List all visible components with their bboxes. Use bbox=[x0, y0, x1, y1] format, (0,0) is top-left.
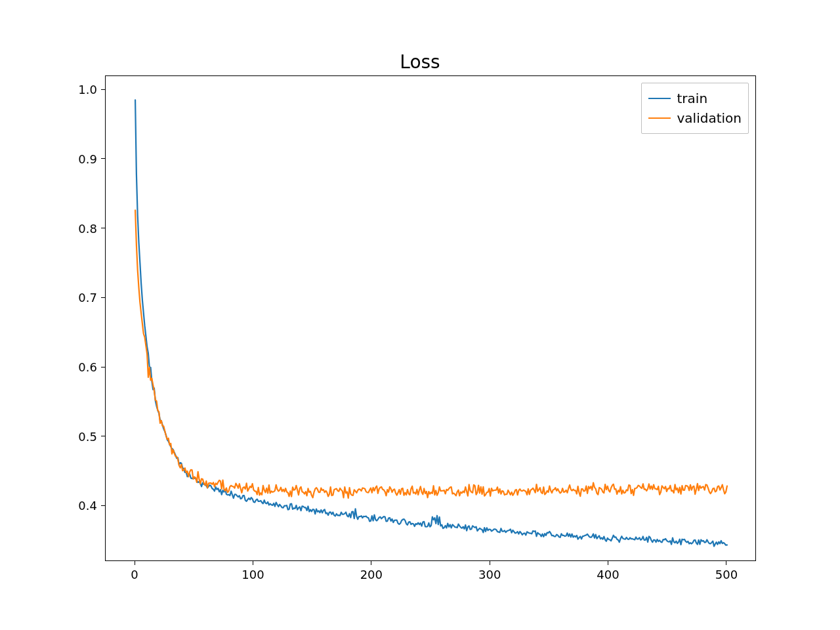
xtick-mark bbox=[371, 561, 371, 565]
ytick-mark bbox=[101, 228, 105, 228]
legend: trainvalidation bbox=[641, 83, 749, 134]
legend-swatch bbox=[648, 98, 671, 99]
series-validation bbox=[135, 210, 727, 497]
ytick-label: 1.0 bbox=[78, 83, 97, 96]
plot-svg bbox=[106, 76, 757, 562]
ytick-mark bbox=[101, 367, 105, 368]
xtick-label: 200 bbox=[360, 568, 383, 581]
ytick-label: 0.5 bbox=[78, 429, 97, 443]
ytick-mark bbox=[101, 436, 105, 436]
xtick-mark bbox=[490, 561, 490, 565]
xtick-label: 400 bbox=[597, 568, 619, 581]
legend-label: validation bbox=[677, 108, 742, 128]
xtick-label: 300 bbox=[478, 568, 501, 581]
xtick-mark bbox=[608, 561, 608, 565]
plot-axes: trainvalidation bbox=[105, 75, 756, 561]
legend-swatch bbox=[648, 117, 671, 119]
xtick-label: 500 bbox=[715, 568, 738, 581]
ytick-label: 0.9 bbox=[78, 152, 97, 165]
ytick-label: 0.7 bbox=[78, 291, 97, 304]
ytick-mark bbox=[101, 158, 105, 159]
series-train bbox=[135, 100, 727, 546]
ytick-mark bbox=[101, 89, 105, 90]
xtick-mark bbox=[135, 561, 135, 565]
legend-item-validation: validation bbox=[648, 108, 742, 128]
ytick-label: 0.4 bbox=[78, 499, 97, 513]
ytick-label: 0.6 bbox=[78, 360, 97, 374]
ytick-mark bbox=[101, 297, 105, 298]
figure: Loss trainvalidation 01002003004005000.4… bbox=[0, 0, 840, 630]
chart-title: Loss bbox=[0, 51, 840, 73]
ytick-label: 0.8 bbox=[78, 221, 97, 235]
xtick-mark bbox=[726, 561, 726, 565]
xtick-mark bbox=[253, 561, 253, 565]
legend-item-train: train bbox=[648, 89, 742, 108]
xtick-label: 0 bbox=[131, 568, 138, 581]
ytick-mark bbox=[101, 505, 105, 506]
xtick-label: 100 bbox=[242, 568, 264, 581]
legend-label: train bbox=[677, 89, 708, 108]
